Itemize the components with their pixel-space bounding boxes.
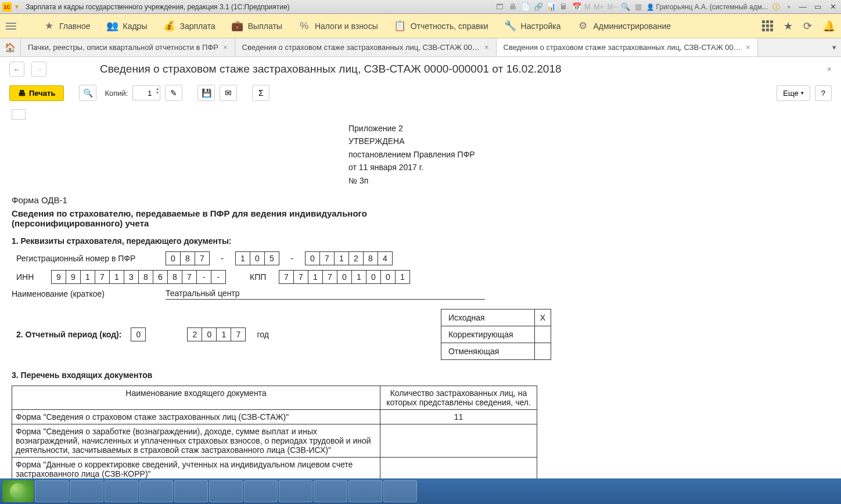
menu-reports[interactable]: 📋Отчетность, справки (394, 20, 488, 32)
incoming-docs-table: Наименование входящего документаКоличест… (12, 386, 537, 478)
form-type-box: ИсходнаяX Корректирующая Отменяющая (441, 309, 551, 360)
close-icon[interactable]: × (223, 43, 228, 52)
taskbar (0, 478, 841, 504)
task-item[interactable] (244, 480, 278, 502)
task-item[interactable] (35, 480, 69, 502)
print-button[interactable]: 🖶Печать (9, 85, 64, 101)
gear-icon: ⚙ (577, 20, 589, 32)
mail-button[interactable]: ✉ (220, 85, 237, 101)
menu-payments[interactable]: 💼Выплаты (232, 20, 282, 32)
nav-back-button[interactable]: ← (9, 62, 24, 77)
compare-icon[interactable]: 📊 (547, 2, 556, 12)
task-item[interactable] (314, 480, 347, 502)
user-info[interactable]: Григорьянц А.А. (системный адм... (646, 3, 768, 11)
task-item[interactable] (139, 480, 173, 502)
nav-forward-button: → (31, 62, 46, 77)
form-name: Форма ОДВ-1 (12, 195, 767, 205)
link-icon[interactable]: 🔗 (534, 2, 543, 12)
panel-icon[interactable]: ▥ (634, 2, 643, 12)
tab-3[interactable]: Сведения о страховом стаже застрахованны… (497, 38, 758, 56)
user-icon (646, 3, 655, 11)
task-item[interactable] (174, 480, 208, 502)
sum-button[interactable]: Σ (252, 85, 269, 101)
size-m-icon[interactable]: M (585, 3, 591, 11)
menu-salary[interactable]: 💰Зарплата (163, 20, 215, 32)
start-button[interactable] (2, 480, 34, 502)
reg-part-1: 087 (166, 251, 209, 265)
menu-burger-icon[interactable] (6, 23, 16, 30)
app-title: Зарплата и кадры государственного учрежд… (26, 3, 290, 11)
task-item[interactable] (348, 480, 382, 502)
maximize-button[interactable]: ▭ (812, 2, 824, 12)
tabs-dropdown-icon[interactable]: ▾ (827, 38, 841, 56)
calculator-icon[interactable]: 🖩 (559, 2, 569, 12)
wrench-icon: 🔧 (505, 20, 516, 32)
info-icon[interactable]: ⓘ (771, 2, 781, 12)
copies-label: Копий: (105, 89, 128, 98)
more-button[interactable]: Еще▾ (777, 85, 810, 101)
menu-settings[interactable]: 🔧Настройка (505, 20, 561, 32)
selection-handle[interactable] (12, 109, 26, 120)
zoom-icon[interactable]: 🔍 (621, 2, 630, 12)
calendar-icon[interactable]: 📅 (572, 2, 581, 12)
document-scroll[interactable]: Приложение 2 УТВЕРЖДЕНА постановлением П… (0, 105, 841, 478)
approval-block: Приложение 2 УТВЕРЖДЕНА постановлением П… (348, 122, 767, 187)
chevron-up-icon[interactable]: ▲ (155, 87, 159, 91)
info-dropdown-icon[interactable]: ▾ (784, 2, 793, 12)
size-mminus-icon[interactable]: M− (608, 3, 617, 11)
windows-orb-icon (10, 483, 26, 499)
page-title: Сведения о страховом стаже застрахованны… (100, 63, 562, 75)
apps-grid-icon[interactable] (762, 20, 773, 31)
type-initial-check: X (534, 309, 551, 326)
menu-main[interactable]: ★Главное (43, 20, 91, 32)
tabs-bar: 🏠 Пачки, реестры, описи квартальной отче… (0, 38, 841, 57)
table-row: Форма "Сведения о страховом стаже застра… (12, 409, 537, 424)
table-row: Форма "Сведения о заработке (вознагражде… (12, 424, 537, 457)
home-tab[interactable]: 🏠 (0, 38, 21, 56)
chevron-down-icon[interactable]: ▼ (155, 91, 159, 95)
size-mplus-icon[interactable]: M+ (594, 3, 604, 11)
menu-admin[interactable]: ⚙Администрирование (577, 20, 671, 32)
chevron-down-icon: ▾ (801, 90, 804, 96)
task-item[interactable] (105, 480, 138, 502)
preview-button[interactable]: 🔍 (79, 85, 96, 101)
document-icon[interactable]: 📄 (521, 2, 530, 12)
clipboard-icon: 📋 (394, 20, 406, 32)
form-description: Сведения по страхователю, передаваемые в… (12, 208, 407, 228)
task-item[interactable] (279, 480, 312, 502)
reg-part-3: 071284 (305, 251, 392, 265)
menu-taxes[interactable]: %Налоги и взносы (299, 20, 378, 32)
help-button[interactable]: ? (815, 85, 832, 101)
toolbar: 🖶Печать 🔍 Копий: ▲▼ ✎ 💾 ✉ Σ Еще▾ ? (0, 81, 841, 105)
copies-stepper[interactable]: ▲▼ (132, 85, 160, 100)
print-icon[interactable]: 🖶 (508, 2, 517, 12)
type-correcting-check (534, 326, 551, 343)
minimize-button[interactable]: — (797, 2, 808, 12)
printer-icon: 🖶 (18, 89, 26, 98)
favorite-icon[interactable]: ★ (784, 20, 793, 33)
tab-1[interactable]: Пачки, реестры, описи квартальной отчетн… (21, 38, 235, 56)
section-3-header: 3. Перечень входящих документов (12, 370, 767, 380)
task-item[interactable] (209, 480, 243, 502)
bell-icon[interactable]: 🔔 (822, 20, 835, 33)
close-icon[interactable]: × (484, 43, 489, 52)
close-window-button[interactable]: ✕ (827, 2, 839, 12)
menu-staff[interactable]: 👥Кадры (107, 20, 148, 32)
table-row: Форма "Данные о корректировке сведений, … (12, 457, 537, 478)
print-preview-icon[interactable]: 🗔 (495, 2, 505, 12)
type-cancelling-check (534, 343, 551, 359)
close-page-button[interactable]: × (827, 64, 832, 74)
task-item[interactable] (70, 480, 103, 502)
history-icon[interactable]: ⟳ (803, 20, 812, 33)
reg-part-2: 105 (235, 251, 279, 265)
period-label: 2. Отчетный период (код): (16, 330, 121, 339)
task-item[interactable] (383, 480, 417, 502)
edit-button[interactable]: ✎ (165, 85, 182, 101)
document-body: Приложение 2 УТВЕРЖДЕНА постановлением П… (0, 105, 778, 478)
tab-2[interactable]: Сведения о страховом стаже застрахованны… (235, 38, 497, 56)
period-code-cells: 0 (131, 327, 145, 341)
org-name-label: Наименование (краткое) (12, 289, 160, 298)
save-button[interactable]: 💾 (197, 85, 215, 101)
close-icon[interactable]: × (746, 43, 750, 52)
app-dropdown-icon[interactable]: ▼ (14, 3, 20, 10)
